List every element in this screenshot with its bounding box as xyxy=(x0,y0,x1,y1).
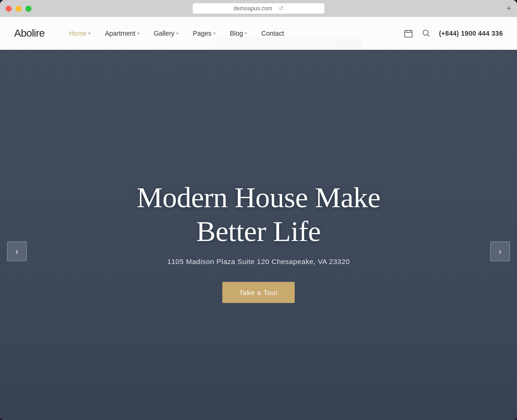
nav-contact-label: Contact xyxy=(261,30,284,37)
nav-apartment-label: Apartment xyxy=(105,30,135,37)
hero-address: 1105 Madison Plaza Suite 120 Chesapeake,… xyxy=(167,257,350,265)
hero-section: ‹ Modern House Make Better Life 1105 Mad… xyxy=(0,50,517,420)
site-logo[interactable]: Abolire xyxy=(14,27,45,39)
nav-pages-chevron: ▾ xyxy=(213,31,216,36)
nav-menu: Home ▾ Apartment ▾ Gallery ▾ Pages ▾ Blo… xyxy=(63,26,403,41)
prev-arrow-icon: ‹ xyxy=(16,247,18,257)
hero-content: Modern House Make Better Life 1105 Madis… xyxy=(0,50,517,420)
nav-pages-label: Pages xyxy=(193,30,212,37)
nav-item-apartment[interactable]: Apartment ▾ xyxy=(99,26,145,41)
slider-prev-button[interactable]: ‹ xyxy=(7,241,27,261)
logo-part1: Ab xyxy=(14,27,26,39)
svg-point-4 xyxy=(423,30,428,35)
nav-gallery-label: Gallery xyxy=(154,30,174,37)
mac-window: demoapus.com ↺ + Abolire Home ▾ xyxy=(0,0,517,420)
hero-title: Modern House Make Better Life xyxy=(137,181,380,248)
nav-right: (+844) 1900 444 336 xyxy=(403,28,503,39)
nav-item-pages[interactable]: Pages ▾ xyxy=(187,26,221,41)
nav-item-blog[interactable]: Blog ▾ xyxy=(224,26,253,41)
maximize-button[interactable] xyxy=(25,6,31,12)
url-text: demoapus.com xyxy=(234,5,272,12)
hero-title-line1: Modern House Make xyxy=(137,181,380,213)
nav-home-label: Home xyxy=(69,30,86,37)
new-tab-button[interactable]: + xyxy=(506,4,511,14)
svg-rect-0 xyxy=(405,31,412,37)
nav-blog-chevron: ▾ xyxy=(245,31,247,36)
address-bar[interactable]: demoapus.com ↺ xyxy=(193,3,324,14)
search-icon[interactable] xyxy=(421,28,431,39)
nav-item-gallery[interactable]: Gallery ▾ xyxy=(148,26,184,41)
nav-blog-label: Blog xyxy=(230,30,243,37)
calendar-icon[interactable] xyxy=(403,28,414,39)
nav-gallery-chevron: ▾ xyxy=(176,31,179,36)
mac-window-controls xyxy=(6,6,31,12)
reload-icon[interactable]: ↺ xyxy=(279,5,283,12)
navbar: Abolire Home ▾ Apartment ▾ Gallery ▾ Pag… xyxy=(0,17,517,50)
next-arrow-icon: › xyxy=(499,247,501,257)
phone-number: (+844) 1900 444 336 xyxy=(439,30,503,37)
site-wrapper: Abolire Home ▾ Apartment ▾ Gallery ▾ Pag… xyxy=(0,17,517,420)
nav-item-contact[interactable]: Contact xyxy=(256,26,290,41)
nav-item-home[interactable]: Home ▾ xyxy=(63,26,96,41)
take-tour-button[interactable]: Take a Tour xyxy=(222,282,295,303)
mac-titlebar: demoapus.com ↺ + xyxy=(0,0,517,17)
svg-line-5 xyxy=(427,35,430,37)
hero-title-line2: Better Life xyxy=(196,215,321,247)
close-button[interactable] xyxy=(6,6,12,12)
minimize-button[interactable] xyxy=(16,6,22,12)
logo-part2: olire xyxy=(26,27,45,39)
nav-apartment-chevron: ▾ xyxy=(137,31,140,36)
slider-next-button[interactable]: › xyxy=(490,241,510,261)
nav-home-chevron: ▾ xyxy=(88,31,91,36)
